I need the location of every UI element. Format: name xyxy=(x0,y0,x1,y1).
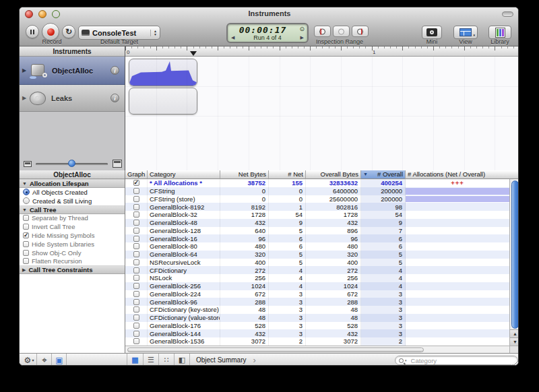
graph-checkbox[interactable] xyxy=(133,331,139,337)
checkbox-icon[interactable] xyxy=(23,215,29,221)
scroll-up-arrow[interactable]: ▲ xyxy=(510,329,519,337)
graph-checkbox[interactable] xyxy=(133,306,139,313)
table-row[interactable]: GeneralBlock-4843294329 xyxy=(125,219,509,227)
graph-checkbox[interactable] xyxy=(133,315,139,321)
scrollbar-thumb[interactable] xyxy=(511,181,519,329)
toolbar-toggle-pill[interactable] xyxy=(502,11,513,17)
graph-checkbox[interactable] xyxy=(133,204,139,210)
titlebar[interactable]: Instruments xyxy=(20,7,519,21)
radio-option[interactable]: Created & Still Living xyxy=(20,197,125,205)
table-row[interactable]: GeneralBlock-2561024410244 xyxy=(125,282,509,290)
library-button[interactable] xyxy=(488,26,511,39)
column-header-net[interactable]: # Net xyxy=(269,170,306,179)
checkbox-option[interactable]: Hide Missing Symbols xyxy=(20,231,125,240)
checkbox-icon[interactable] xyxy=(23,241,29,247)
graph-checkbox[interactable] xyxy=(133,259,139,265)
checkbox-icon[interactable] xyxy=(23,224,29,230)
pause-button[interactable] xyxy=(26,25,39,38)
view-mode-column-button[interactable]: ◧ xyxy=(174,354,189,366)
graph-checkbox[interactable] xyxy=(133,283,139,289)
vertical-scrollbar[interactable]: ▲ ▼ xyxy=(509,179,519,346)
table-row[interactable]: CFString (store)0025600000200000 xyxy=(125,195,509,203)
info-button[interactable]: i xyxy=(110,94,119,102)
column-header-allocations[interactable]: # Allocations (Net / Overall) xyxy=(406,170,519,179)
timeline-ruler[interactable]: 01 xyxy=(125,46,519,57)
inspection-end-button[interactable] xyxy=(352,26,369,37)
checkbox-option[interactable]: Invert Call Tree xyxy=(20,222,125,231)
checkbox-icon[interactable] xyxy=(23,250,29,256)
graph-checkbox[interactable] xyxy=(133,236,139,242)
checkbox-option[interactable]: Flatten Recursion xyxy=(20,257,125,266)
table-row[interactable]: * All Allocations *387521553283363240025… xyxy=(125,179,509,187)
scroll-down-arrow[interactable]: ▼ xyxy=(510,337,519,346)
instrument-row-leaks[interactable]: ▶ Leaks i xyxy=(20,85,125,112)
table-row[interactable]: GeneralBlock-22467236723 xyxy=(125,290,509,298)
table-row[interactable]: NSRecursiveLock40054005 xyxy=(125,259,509,267)
inspection-clear-button[interactable] xyxy=(333,26,350,37)
mini-button[interactable] xyxy=(422,26,442,39)
table-row[interactable]: GeneralBlock-81928192180281698 xyxy=(125,203,509,211)
disclosure-triangle-icon[interactable]: ▶ xyxy=(22,67,26,73)
graph-checkbox[interactable] xyxy=(133,251,139,257)
graph-checkbox[interactable] xyxy=(133,275,139,281)
checkbox-option[interactable]: Hide System Libraries xyxy=(20,240,125,249)
horizontal-scrollbar[interactable] xyxy=(125,346,509,353)
table-row[interactable]: GeneralBlock-6432053205 xyxy=(125,251,509,259)
table-row[interactable]: GeneralBlock-32172854172854 xyxy=(125,211,509,219)
playhead-marker[interactable] xyxy=(190,51,197,56)
action-gear-button[interactable]: ⚙▾ xyxy=(22,354,36,366)
breadcrumb[interactable]: Object Summary › xyxy=(196,354,256,366)
target-dropdown[interactable]: ConsoleTest ▲▼ xyxy=(78,26,160,40)
focus-button[interactable]: ⌖ xyxy=(38,354,51,366)
radio-icon[interactable] xyxy=(23,189,30,195)
view-mode-icons-button[interactable]: ∷ xyxy=(158,354,174,366)
table-row[interactable]: GeneralBlock-15363072230722 xyxy=(125,337,509,346)
table-row[interactable]: CFDictionary (key-store)483483 xyxy=(125,306,509,314)
graph-checkbox[interactable] xyxy=(133,188,139,194)
table-row[interactable]: GeneralBlock-16966966 xyxy=(125,234,509,242)
table-row[interactable]: CFDictionary27242724 xyxy=(125,266,509,274)
graph-checkbox[interactable] xyxy=(133,228,139,234)
checkbox-option[interactable]: Separate by Thread xyxy=(20,214,125,223)
zoom-slider-knob[interactable] xyxy=(68,160,75,167)
table-row[interactable]: CFDictionary (value-store)483483 xyxy=(125,314,509,322)
graph-checkbox[interactable] xyxy=(133,338,139,344)
graph-checkbox[interactable] xyxy=(133,180,139,186)
table-row[interactable]: CFString006400000200000 xyxy=(125,187,509,195)
column-header-net-bytes[interactable]: Net Bytes xyxy=(220,170,269,179)
view-button[interactable]: ▾ xyxy=(453,26,478,39)
radio-option[interactable]: All Objects Created xyxy=(20,188,125,197)
graph-checkbox[interactable] xyxy=(133,291,139,297)
table-row[interactable]: GeneralBlock-17652835283 xyxy=(125,322,509,330)
table-row[interactable]: NSLock25642564 xyxy=(125,274,509,282)
search-input[interactable] xyxy=(410,356,517,365)
graph-checkbox[interactable] xyxy=(133,267,139,273)
column-header-graph[interactable]: Graph xyxy=(125,170,148,179)
graph-checkbox[interactable] xyxy=(133,220,139,226)
column-header-overall-bytes[interactable]: Overall Bytes xyxy=(306,170,361,179)
section-header[interactable]: ▼Allocation Lifespan xyxy=(20,179,125,188)
horizontal-scrollbar-thumb[interactable] xyxy=(127,348,424,352)
info-button[interactable]: i xyxy=(110,66,119,75)
view-mode-grid-button[interactable]: ▦ xyxy=(127,354,143,366)
table-row[interactable]: GeneralBlock-8048064806 xyxy=(125,242,509,251)
loop-button[interactable]: ↻ xyxy=(62,25,75,38)
column-header-category[interactable]: Category xyxy=(148,170,220,179)
section-header[interactable]: ▼Call Tree xyxy=(20,205,125,214)
inspection-start-button[interactable] xyxy=(314,26,331,37)
graph-checkbox[interactable] xyxy=(133,323,139,329)
table-row[interactable]: GeneralBlock-14443234323 xyxy=(125,329,509,337)
checkbox-option[interactable]: Show Obj-C Only xyxy=(20,249,125,257)
graph-checkbox[interactable] xyxy=(133,299,139,305)
disclosure-triangle-icon[interactable]: ▶ xyxy=(22,95,26,101)
search-field[interactable]: ▾ xyxy=(395,356,518,365)
column-header-overall-sorted[interactable]: ▼ # Overall xyxy=(361,170,406,179)
view-mode-list-button[interactable]: ☰ xyxy=(143,354,158,366)
table-row[interactable]: GeneralBlock-12864058967 xyxy=(125,227,509,235)
checkbox-icon[interactable] xyxy=(23,232,29,238)
radio-icon[interactable] xyxy=(23,197,30,204)
graph-checkbox[interactable] xyxy=(133,196,139,202)
graph-checkbox[interactable] xyxy=(133,211,139,218)
extended-detail-button[interactable]: ▣ xyxy=(53,354,65,366)
checkbox-icon[interactable] xyxy=(23,258,29,264)
